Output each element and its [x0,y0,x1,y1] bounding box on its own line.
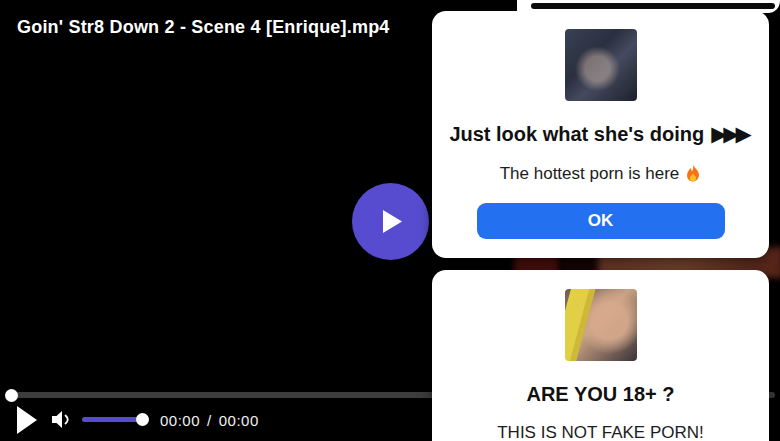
popup-1-subtitle-text: The hottest porn is here [500,163,680,184]
volume-slider[interactable] [82,417,140,422]
play-button[interactable] [17,406,37,437]
time-display: 00:00 / 00:00 [160,412,259,429]
current-time: 00:00 [160,412,200,429]
popup-2-heading-text: ARE YOU 18+ ? [526,382,674,406]
partial-popup-card[interactable] [517,0,780,13]
video-player-page: Goin' Str8 Down 2 - Scene 4 [Enrique].mp… [0,0,780,441]
triple-arrow-icon: ▶▶▶ [711,122,751,146]
ad-thumbnail-1[interactable] [565,29,637,101]
seek-thumb[interactable] [5,389,18,402]
popup-2-heading: ARE YOU 18+ ? [526,382,674,406]
time-separator: / [207,412,212,429]
popup-1-subtitle: The hottest porn is here [500,163,702,184]
popup-1-heading: Just look what she's doing ▶▶▶ [449,122,751,146]
popup-1-heading-text: Just look what she's doing [449,122,704,146]
popup-card-1: Just look what she's doing ▶▶▶ The hotte… [432,11,769,258]
fire-icon [685,164,701,183]
popup-card-2: ARE YOU 18+ ? THIS IS NOT FAKE PORN! [432,270,769,441]
play-icon [383,210,402,233]
video-title: Goin' Str8 Down 2 - Scene 4 [Enrique].mp… [17,17,390,38]
ad-thumbnail-2[interactable] [565,289,637,361]
ok-button[interactable]: OK [477,203,725,239]
popup-2-subtitle: THIS IS NOT FAKE PORN! [497,422,704,441]
volume-thumb[interactable] [136,413,149,426]
duration: 00:00 [219,412,259,429]
play-icon [17,406,37,434]
volume-button[interactable] [51,410,73,432]
big-play-button[interactable] [352,183,429,260]
speaker-icon [51,410,73,429]
popup-2-subtitle-text: THIS IS NOT FAKE PORN! [497,422,704,441]
black-image-strip-icon [531,3,775,9]
